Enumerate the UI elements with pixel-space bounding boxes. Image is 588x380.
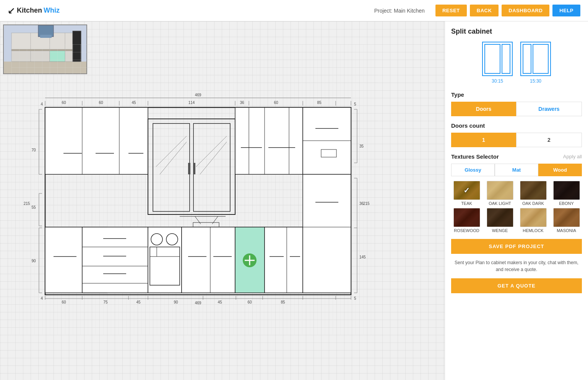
teak-swatch xyxy=(453,181,480,200)
rosewood-label: ROSEWOOD xyxy=(454,228,479,233)
svg-text:35: 35 xyxy=(359,144,364,148)
logo-kitchen: Kitchen xyxy=(17,6,42,15)
svg-rect-99 xyxy=(82,227,148,293)
reset-button[interactable]: RESET xyxy=(435,5,467,16)
svg-rect-112 xyxy=(182,227,235,293)
oak-dark-swatch xyxy=(520,181,547,200)
svg-text:5: 5 xyxy=(354,296,356,300)
panel-title: Split cabinet xyxy=(451,28,582,36)
svg-rect-125 xyxy=(303,174,351,293)
texture-ebony[interactable]: EBONY xyxy=(551,181,582,206)
svg-text:60: 60 xyxy=(62,101,66,105)
ebony-swatch xyxy=(553,181,580,200)
svg-text:4: 4 xyxy=(41,296,43,300)
texture-type-buttons: Glossy Mat Wood xyxy=(451,164,582,176)
split-diagram-15-30 xyxy=(520,42,551,76)
svg-text:36: 36 xyxy=(240,101,244,105)
svg-rect-65 xyxy=(45,107,148,174)
svg-rect-84 xyxy=(235,107,303,174)
masonia-swatch xyxy=(553,208,580,227)
wood-button[interactable]: Wood xyxy=(538,164,582,176)
svg-text:85: 85 xyxy=(317,101,322,105)
svg-rect-75 xyxy=(193,163,195,174)
send-plan-text: Sent your Plan to cabinet makers in your… xyxy=(451,259,582,273)
rosewood-swatch xyxy=(453,208,480,227)
svg-rect-106 xyxy=(148,227,182,293)
svg-text:60: 60 xyxy=(99,101,103,105)
svg-text:85: 85 xyxy=(281,300,285,304)
get-quote-button[interactable]: GET A QUOTE xyxy=(451,278,582,293)
texture-wenge[interactable]: WENGE xyxy=(484,208,515,233)
wenge-swatch xyxy=(487,208,513,227)
count-1-button[interactable]: 1 xyxy=(451,133,516,147)
svg-text:469: 469 xyxy=(195,93,201,97)
split-options: 30:15 15:30 xyxy=(451,42,582,84)
canvas-area[interactable]: 469 60 60 45 114 36 60 85 4 5 70 55 xyxy=(0,21,445,380)
type-buttons: Doors Drawers xyxy=(451,102,582,116)
svg-line-0 xyxy=(9,8,14,13)
svg-text:5: 5 xyxy=(354,102,356,106)
hemlock-label: HEMLOCK xyxy=(523,228,543,233)
svg-text:145: 145 xyxy=(359,255,366,259)
main-layout: 469 60 60 45 114 36 60 85 4 5 70 55 xyxy=(0,21,588,380)
teak-label: TEAK xyxy=(461,201,472,206)
svg-text:90: 90 xyxy=(174,300,178,304)
drawers-button[interactable]: Drawers xyxy=(516,102,582,116)
hemlock-swatch xyxy=(520,208,547,227)
svg-text:215: 215 xyxy=(363,201,370,206)
save-pdf-button[interactable]: SAVE PDF PROJECT xyxy=(451,239,582,254)
split-panel-right xyxy=(502,44,510,74)
split-label-30-15: 30:15 xyxy=(492,78,503,84)
svg-text:45: 45 xyxy=(132,101,136,105)
svg-text:60: 60 xyxy=(247,300,252,304)
textures-label: Textures Selector xyxy=(451,153,499,160)
svg-text:114: 114 xyxy=(188,101,195,105)
svg-text:75: 75 xyxy=(103,300,108,304)
texture-oak-dark[interactable]: OAK DARK xyxy=(518,181,549,206)
texture-oak-light[interactable]: OAK LIGHT xyxy=(484,181,515,206)
svg-text:60: 60 xyxy=(274,101,278,105)
count-2-button[interactable]: 2 xyxy=(516,133,582,147)
svg-rect-10 xyxy=(40,35,52,38)
logo-whiz: Whiz xyxy=(44,6,60,15)
split-label-15-30: 15:30 xyxy=(530,78,541,84)
texture-hemlock[interactable]: HEMLOCK xyxy=(518,208,549,233)
svg-rect-121 xyxy=(265,227,303,293)
texture-teak[interactable]: TEAK xyxy=(451,181,482,206)
texture-grid: TEAK OAK LIGHT OAK DARK EBONY ROSEWOOD xyxy=(451,181,582,233)
svg-text:469: 469 xyxy=(195,301,201,305)
glossy-button[interactable]: Glossy xyxy=(451,164,495,176)
svg-text:60: 60 xyxy=(62,300,66,304)
split-diagram-30-15 xyxy=(482,42,513,76)
split-panel-left2 xyxy=(523,44,531,74)
header: Kitchen Whiz Project: Main Kitchen RESET… xyxy=(0,0,588,21)
ebony-label: EBONY xyxy=(559,201,574,206)
svg-text:55: 55 xyxy=(31,205,36,209)
type-label: Type xyxy=(451,91,582,98)
mat-button[interactable]: Mat xyxy=(495,164,538,176)
split-option-15-30[interactable]: 15:30 xyxy=(520,42,551,84)
oak-light-label: OAK LIGHT xyxy=(489,201,511,206)
texture-rosewood[interactable]: ROSEWOOD xyxy=(451,208,482,233)
svg-text:45: 45 xyxy=(136,300,141,304)
floorplan-svg: 469 60 60 45 114 36 60 85 4 5 70 55 xyxy=(11,44,378,335)
oak-dark-label: OAK DARK xyxy=(522,201,544,206)
svg-rect-74 xyxy=(188,163,190,174)
texture-masonia[interactable]: MASONIA xyxy=(551,208,582,233)
apply-all-button[interactable]: Apply all xyxy=(563,154,582,159)
svg-text:70: 70 xyxy=(31,148,36,152)
back-button[interactable]: BACK xyxy=(470,5,499,16)
project-label: Project: Main Kitchen xyxy=(374,8,425,14)
split-option-30-15[interactable]: 30:15 xyxy=(482,42,513,84)
svg-text:45: 45 xyxy=(218,300,222,304)
logo: Kitchen Whiz xyxy=(8,6,60,15)
masonia-label: MASONIA xyxy=(557,228,576,233)
wenge-label: WENGE xyxy=(492,228,508,233)
doors-button[interactable]: Doors xyxy=(451,102,516,116)
svg-text:90: 90 xyxy=(31,259,36,263)
help-button[interactable]: HELP xyxy=(552,5,580,16)
split-panel-left xyxy=(484,44,500,74)
oak-light-swatch xyxy=(487,181,513,200)
logo-arrow-icon xyxy=(8,7,15,15)
dashboard-button[interactable]: DASHBOARD xyxy=(502,5,549,16)
